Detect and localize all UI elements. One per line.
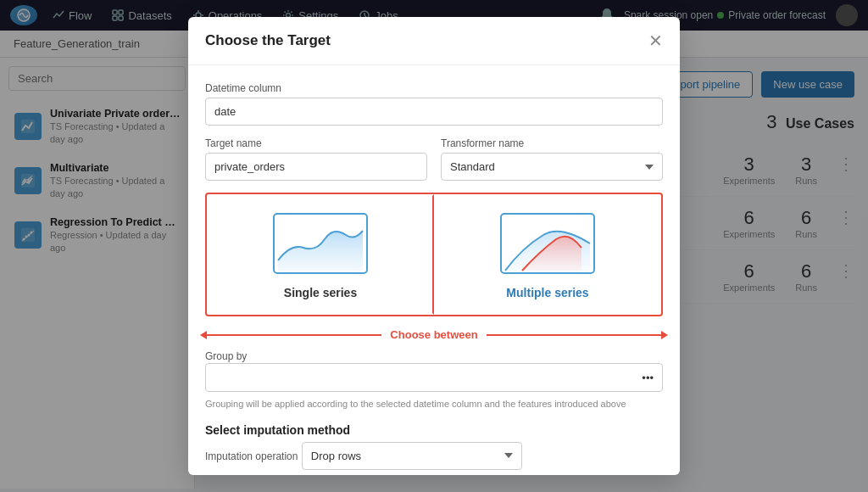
multiple-series-card[interactable]: Multiple series: [434, 194, 661, 315]
group-by-dots: •••: [642, 372, 654, 384]
modal-header: Choose the Target ✕: [188, 17, 680, 65]
imputation-title: Select imputation method: [205, 423, 663, 437]
transformer-label: Transformer name: [441, 137, 663, 149]
multiple-series-chart: [497, 210, 598, 277]
transformer-col: Transformer name Standard MinMax Robust: [441, 137, 663, 181]
modal: Choose the Target ✕ Datetime column Targ…: [188, 17, 680, 475]
single-series-chart: [270, 210, 371, 277]
target-transformer-row: Target name Transformer name Standard Mi…: [205, 137, 663, 181]
datetime-input[interactable]: [205, 98, 663, 126]
modal-title: Choose the Target: [205, 32, 331, 49]
multiple-series-label: Multiple series: [506, 286, 588, 299]
choose-between-row: Choose between: [205, 328, 663, 341]
group-by-input[interactable]: •••: [205, 363, 663, 392]
imputation-select[interactable]: Drop rows Forward fill Backward fill Mea…: [302, 442, 522, 470]
group-by-label: Group by: [205, 350, 247, 362]
transformer-select[interactable]: Standard MinMax Robust: [441, 153, 663, 181]
modal-body: Datetime column Target name Transformer …: [188, 65, 680, 475]
target-name-input[interactable]: [205, 153, 427, 181]
choose-between-text: Choose between: [390, 328, 477, 341]
group-by-hint: Grouping will be applied according to th…: [205, 397, 663, 411]
series-cards-container: Single series: [205, 193, 663, 316]
left-arrow: [205, 334, 381, 336]
single-series-label: Single series: [284, 286, 357, 299]
target-name-col: Target name: [205, 137, 427, 181]
modal-overlay: Choose the Target ✕ Datetime column Targ…: [0, 0, 868, 492]
close-button[interactable]: ✕: [648, 31, 663, 51]
datetime-label: Datetime column: [205, 82, 663, 94]
single-series-card[interactable]: Single series: [207, 194, 434, 315]
right-arrow: [487, 334, 663, 336]
imputation-label: Imputation operation: [205, 450, 298, 462]
target-name-label: Target name: [205, 137, 427, 149]
